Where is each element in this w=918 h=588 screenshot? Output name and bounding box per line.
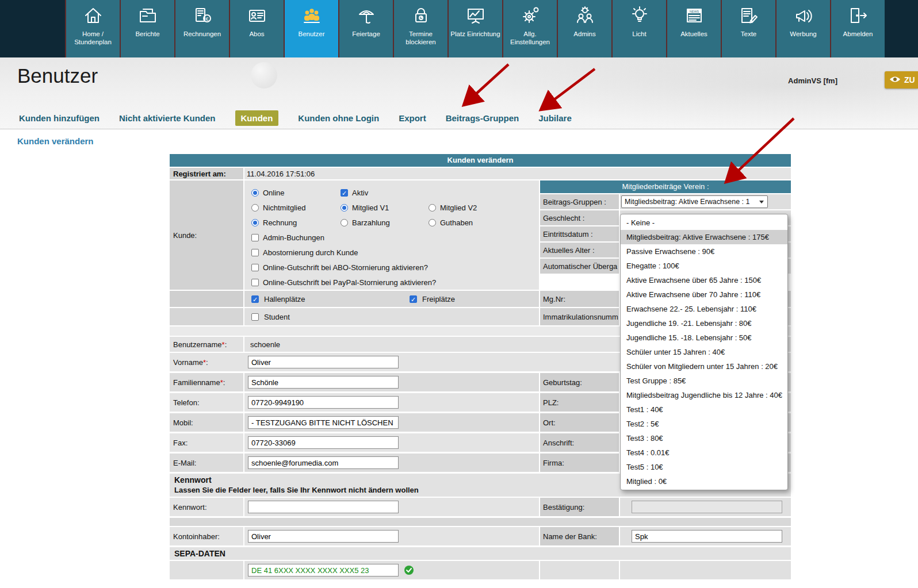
kennwort-input[interactable] [248, 501, 399, 513]
radio-online-label: Online [263, 189, 285, 197]
checkbox-admin-buchungen[interactable] [251, 234, 259, 241]
nav-item-abmelden[interactable]: Abmelden [830, 0, 885, 57]
radio-mitglied-v2[interactable] [429, 204, 436, 212]
dropdown-option[interactable]: Aktive Erwachsene über 70 Jahre : 110€ [621, 287, 787, 302]
vorname-label: Vorname [173, 358, 203, 367]
iban-input[interactable] [248, 564, 399, 577]
beitrags-gruppen-dropdown: - Keine - Mitgliedsbeitrag: Aktive Erwac… [620, 214, 788, 490]
telefon-label: Telefon: [170, 393, 243, 412]
familienname-input[interactable] [248, 376, 399, 389]
radio-nichtmitglied[interactable] [251, 204, 259, 212]
checkbox-abo-gutschrift[interactable] [251, 264, 259, 271]
tab-export[interactable]: Export [399, 113, 426, 123]
nav-item-texte[interactable]: Texte [721, 0, 775, 57]
checkbox-hallenplaetze-label: Hallenplätze [264, 295, 305, 303]
dropdown-option[interactable]: Test5 : 10€ [621, 460, 787, 474]
checkbox-freiplaetze[interactable] [410, 295, 417, 303]
row-iban [170, 561, 791, 579]
dropdown-option-selected[interactable]: Mitgliedsbeitrag: Aktive Erwachsene : 17… [621, 230, 787, 244]
home-icon [82, 4, 105, 27]
page: Home / Stundenplan Berichte € Rechnungen… [0, 0, 918, 588]
section-title-link[interactable]: Kunden verändern [17, 136, 94, 146]
dropdown-option[interactable]: Test Gruppe : 85€ [621, 374, 787, 388]
radio-guthaben[interactable] [429, 219, 436, 226]
kunde-options: Online Aktiv Nichtmitglied [244, 180, 539, 290]
nav-item-berichte[interactable]: Berichte [120, 0, 174, 57]
mobil-input[interactable] [248, 416, 399, 429]
nav-item-allg-einstellungen[interactable]: Allg. Einstellungen [502, 0, 557, 57]
nav-item-feiertage[interactable]: Feiertage [338, 0, 393, 57]
dropdown-option[interactable]: Passive Erwachsene : 90€ [621, 244, 787, 259]
telefon-input[interactable] [248, 396, 399, 409]
dropdown-option[interactable]: Jugendliche 15. -18. Lebensjahr : 50€ [621, 330, 787, 345]
nav-item-home[interactable]: Home / Stundenplan [65, 0, 120, 57]
subscriptions-icon [246, 4, 269, 27]
tab-nicht-aktivierte-kunden[interactable]: Nicht aktivierte Kunden [119, 113, 216, 123]
checkbox-hallenplaetze[interactable] [251, 295, 259, 303]
automatischer-uebergang-label: Automatischer Überga [540, 259, 619, 274]
nav-item-termine-blockieren[interactable]: Termine blockieren [393, 0, 447, 57]
dropdown-option[interactable]: Erwachsene 22.- 25. Lebensjahr : 110€ [621, 302, 787, 316]
nav-item-rechnungen[interactable]: € Rechnungen [174, 0, 229, 57]
texts-icon [737, 4, 760, 27]
radio-mitglied-v1[interactable] [341, 204, 348, 212]
dropdown-option[interactable]: Schüler von Mitgliedern unter 15 Jahren … [621, 359, 787, 374]
mitgliederbeitraege-title: Mitgliederbeiträge Verein : [540, 180, 791, 193]
checkbox-student[interactable] [251, 313, 259, 321]
beitrags-gruppen-label: Beitrags-Gruppen : [540, 194, 619, 209]
dropdown-option[interactable]: Test1 : 40€ [621, 402, 787, 417]
dropdown-option[interactable]: Mitglied : 0€ [621, 474, 787, 489]
row-kennwort: Kennwort: Bestätigung: [170, 498, 791, 516]
dropdown-option[interactable]: Test3 : 80€ [621, 431, 787, 445]
vorname-input[interactable] [248, 356, 399, 368]
kontoinhaber-input[interactable] [248, 530, 399, 543]
tab-kunden-ohne-login[interactable]: Kunden ohne Login [298, 113, 379, 123]
advertising-icon [792, 4, 815, 27]
settings-icon [519, 4, 542, 27]
nav-item-licht[interactable]: Licht [611, 0, 666, 57]
checkbox-aktiv[interactable] [341, 189, 348, 197]
radio-mitglied-v1-label: Mitglied V1 [352, 203, 389, 212]
dropdown-option[interactable]: Test2 : 5€ [621, 417, 787, 431]
spacer-row-2 [170, 518, 791, 526]
bestaetigung-label: Bestätigung: [540, 498, 619, 516]
nav-item-aktuelles[interactable]: NEWS Aktuelles [666, 0, 721, 57]
dropdown-option[interactable]: Aktive Erwachsene über 65 Jahre : 150€ [621, 273, 787, 287]
nav-tail-spacer [885, 0, 918, 57]
checkbox-paypal-gutschrift[interactable] [251, 279, 259, 286]
beitrags-gruppen-select[interactable]: Mitgliedsbeitrag: Aktive Erwachsene : 1 [621, 195, 768, 208]
checkbox-paypal-gutschrift-label: Online-Gutschrift bei PayPal-Stornierung… [263, 278, 436, 287]
radio-barzahlung[interactable] [341, 219, 348, 226]
email-input[interactable] [248, 456, 399, 469]
radio-online[interactable] [251, 189, 259, 197]
corner-eye-button[interactable]: ZU [885, 71, 918, 89]
dropdown-option[interactable]: Ehegatte : 100€ [621, 259, 787, 273]
dropdown-option[interactable]: Test4 : 0.01€ [621, 445, 787, 460]
familienname-label: Familienname [173, 378, 220, 387]
bank-input[interactable] [632, 530, 782, 543]
tab-beitrags-gruppen[interactable]: Beitrags-Gruppen [446, 113, 519, 123]
radio-guthaben-label: Guthaben [440, 218, 473, 227]
page-title: Benutzer [17, 64, 98, 87]
email-label: E-Mail: [170, 454, 243, 472]
tab-kunden-hinzufuegen[interactable]: Kunden hinzufügen [19, 113, 100, 123]
fax-label: Fax: [170, 433, 243, 452]
nav-item-benutzer[interactable]: Benutzer [284, 0, 338, 57]
nav-item-werbung[interactable]: Werbung [775, 0, 830, 57]
nav-item-admins[interactable]: Admins [557, 0, 611, 57]
dropdown-option[interactable]: Schüler unter 15 Jahren : 40€ [621, 345, 787, 359]
immatrikulation-label: Immatrikulationsnumm [540, 308, 619, 325]
checkbox-abostornierung[interactable] [251, 249, 259, 256]
nav-item-platz-einrichtung[interactable]: Platz Einrichtung [447, 0, 502, 57]
radio-rechnung[interactable] [251, 219, 259, 226]
tab-jubilare[interactable]: Jubilare [538, 113, 572, 123]
dropdown-option[interactable]: - Keine - [621, 216, 787, 230]
fax-input[interactable] [248, 436, 399, 449]
beitrags-gruppen-select-value: Mitgliedsbeitrag: Aktive Erwachsene : 1 [625, 198, 757, 206]
checkbox-abostornierung-label: Abostornierung durch Kunde [263, 248, 358, 257]
tab-kunden[interactable]: Kunden [235, 110, 279, 126]
nav-item-abos[interactable]: Abos [229, 0, 284, 57]
dropdown-option[interactable]: Mitgliedsbeitrag Jugendliche bis 12 Jahr… [621, 388, 787, 402]
dropdown-option[interactable]: Jugendliche 19. -21. Lebensjahr : 80€ [621, 316, 787, 330]
invoices-icon: € [191, 4, 214, 27]
